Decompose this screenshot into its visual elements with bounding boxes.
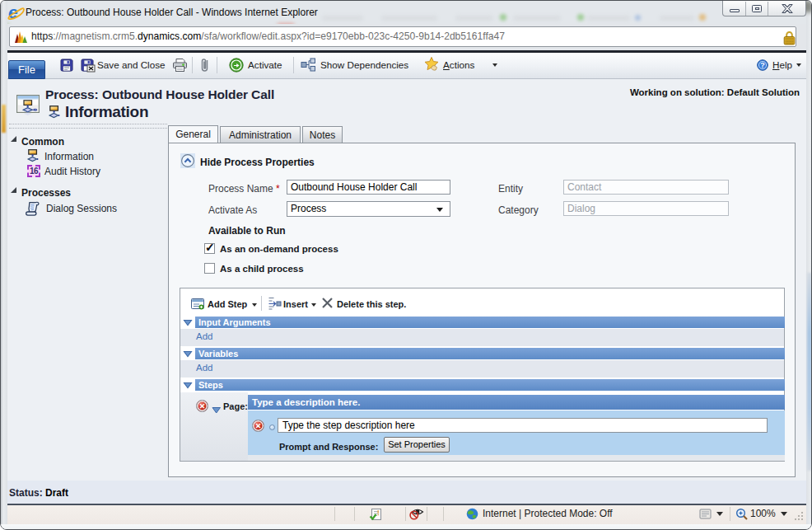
svg-text:?: ? bbox=[760, 61, 765, 69]
